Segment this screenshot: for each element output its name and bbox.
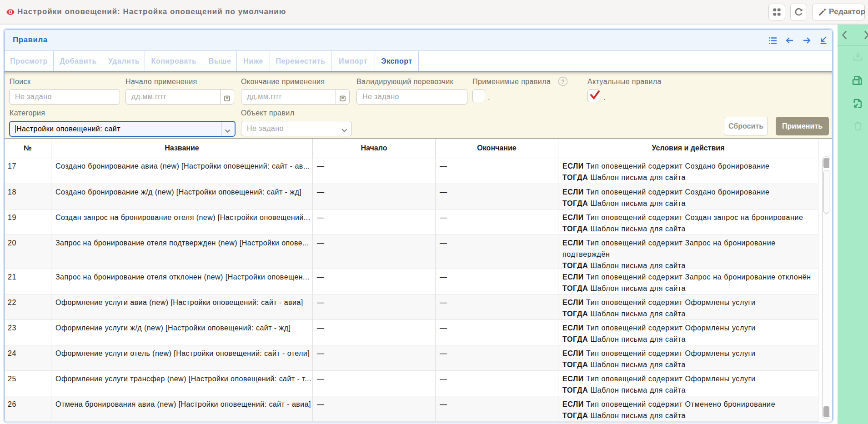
svg-text:?: ? xyxy=(561,78,565,85)
